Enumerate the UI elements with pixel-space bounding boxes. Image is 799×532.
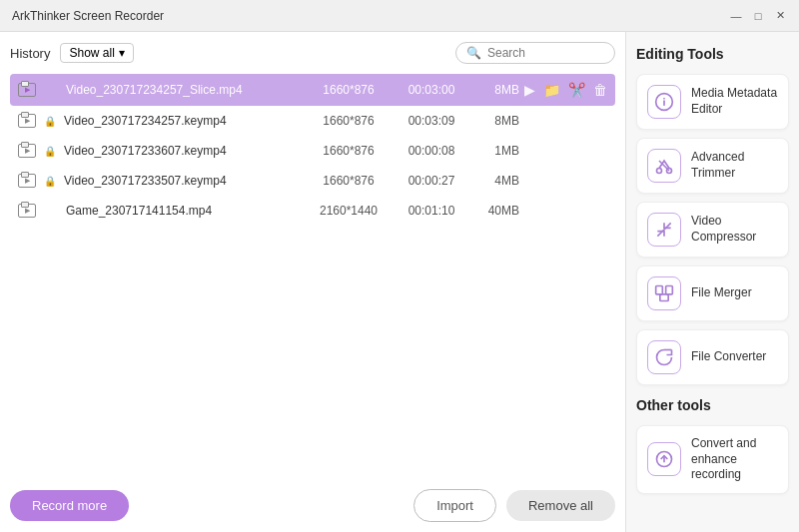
file-resolution: 1660*876 <box>309 144 389 158</box>
play-icon[interactable]: ▶ <box>524 82 535 98</box>
file-converter-icon-circle <box>647 340 681 374</box>
title-bar: ArkThinker Screen Recorder — □ ✕ <box>0 0 799 32</box>
file-duration: 00:03:00 <box>397 83 466 97</box>
media-metadata-icon-circle <box>647 85 681 119</box>
file-name: Video_230717233507.keymp4 <box>64 174 301 188</box>
svg-rect-9 <box>666 286 673 294</box>
minimize-button[interactable]: — <box>729 9 743 23</box>
file-row[interactable]: ▶🔒Video_230717233507.keymp41660*87600:00… <box>10 166 615 196</box>
history-show-all: Show all <box>69 46 114 60</box>
file-merger-icon-circle <box>647 276 681 310</box>
delete-icon[interactable]: 🗑 <box>593 82 607 98</box>
convert-enhance-label: Convert and enhance recording <box>691 436 778 483</box>
file-merger-label: File Merger <box>691 285 752 301</box>
editing-tools-title: Editing Tools <box>636 46 789 62</box>
file-name: Game_230717141154.mp4 <box>66 204 301 218</box>
tool-file-converter[interactable]: File Converter <box>636 329 789 385</box>
file-type-icon: ▶ <box>18 144 36 158</box>
file-row[interactable]: ▶Game_230717141154.mp42160*144000:01:104… <box>10 196 615 226</box>
tool-convert-enhance[interactable]: Convert and enhance recording <box>636 425 789 494</box>
file-row[interactable]: ▶🔒Video_230717234257.keymp41660*87600:03… <box>10 106 615 136</box>
tool-video-compressor[interactable]: Video Compressor <box>636 202 789 258</box>
folder-icon[interactable]: 📁 <box>543 82 560 98</box>
file-duration: 00:01:10 <box>397 204 466 218</box>
lock-icon: 🔒 <box>44 146 56 157</box>
file-resolution: 1660*876 <box>309 83 389 97</box>
file-type-icon: ▶ <box>18 114 36 128</box>
window-controls: — □ ✕ <box>729 9 787 23</box>
file-row[interactable]: ▶🔒Video_230717233607.keymp41660*87600:00… <box>10 136 615 166</box>
file-duration: 00:00:27 <box>397 174 466 188</box>
file-converter-label: File Converter <box>691 349 766 365</box>
file-type-icon: ▶ <box>18 83 36 97</box>
right-panel: Editing Tools Media Metadata Editor <box>625 32 799 532</box>
file-size: 8MB <box>474 83 519 97</box>
svg-point-3 <box>657 169 662 174</box>
svg-rect-8 <box>656 286 663 294</box>
app-title: ArkThinker Screen Recorder <box>12 9 729 23</box>
file-duration: 00:03:09 <box>397 114 466 128</box>
close-button[interactable]: ✕ <box>773 9 787 23</box>
video-compressor-label: Video Compressor <box>691 214 778 245</box>
left-panel: History Show all ▾ 🔍 ▶Video_230717234257… <box>0 32 625 532</box>
search-icon: 🔍 <box>466 46 481 60</box>
file-list: ▶Video_230717234257_Slice.mp41660*87600:… <box>10 74 615 479</box>
record-more-button[interactable]: Record more <box>10 490 129 521</box>
video-compressor-icon-circle <box>647 213 681 247</box>
convert-enhance-icon-circle <box>647 442 681 476</box>
file-size: 1MB <box>474 144 519 158</box>
file-resolution: 1660*876 <box>309 174 389 188</box>
file-name: Video_230717234257.keymp4 <box>64 114 301 128</box>
import-button[interactable]: Import <box>413 489 496 522</box>
svg-rect-10 <box>660 294 668 301</box>
main-content: History Show all ▾ 🔍 ▶Video_230717234257… <box>0 32 799 532</box>
tool-media-metadata[interactable]: Media Metadata Editor <box>636 74 789 130</box>
file-actions: ▶📁✂️🗑 <box>527 82 607 98</box>
chevron-down-icon: ▾ <box>119 46 125 60</box>
file-size: 8MB <box>474 114 519 128</box>
lock-icon: 🔒 <box>44 176 56 187</box>
file-duration: 00:00:08 <box>397 144 466 158</box>
file-type-icon: ▶ <box>18 204 36 218</box>
search-input[interactable] <box>487 46 597 60</box>
tool-advanced-trimmer[interactable]: Advanced Trimmer <box>636 138 789 194</box>
file-type-icon: ▶ <box>18 174 36 188</box>
media-metadata-label: Media Metadata Editor <box>691 86 778 117</box>
tool-file-merger[interactable]: File Merger <box>636 266 789 321</box>
top-bar: History Show all ▾ 🔍 <box>10 42 615 64</box>
history-dropdown[interactable]: Show all ▾ <box>60 43 133 63</box>
advanced-trimmer-icon-circle <box>647 149 681 183</box>
file-size: 40MB <box>474 204 519 218</box>
file-resolution: 2160*1440 <box>309 204 389 218</box>
file-size: 4MB <box>474 174 519 188</box>
search-box: 🔍 <box>455 42 615 64</box>
maximize-button[interactable]: □ <box>751 9 765 23</box>
edit-icon[interactable]: ✂️ <box>568 82 585 98</box>
file-resolution: 1660*876 <box>309 114 389 128</box>
remove-all-button[interactable]: Remove all <box>506 490 615 521</box>
bottom-bar: Record more Import Remove all <box>10 479 615 522</box>
file-name: Video_230717233607.keymp4 <box>64 144 301 158</box>
file-name: Video_230717234257_Slice.mp4 <box>66 83 301 97</box>
lock-icon: 🔒 <box>44 116 56 127</box>
file-row[interactable]: ▶Video_230717234257_Slice.mp41660*87600:… <box>10 74 615 106</box>
advanced-trimmer-label: Advanced Trimmer <box>691 150 778 181</box>
other-tools-title: Other tools <box>636 397 789 413</box>
history-label: History <box>10 46 50 61</box>
